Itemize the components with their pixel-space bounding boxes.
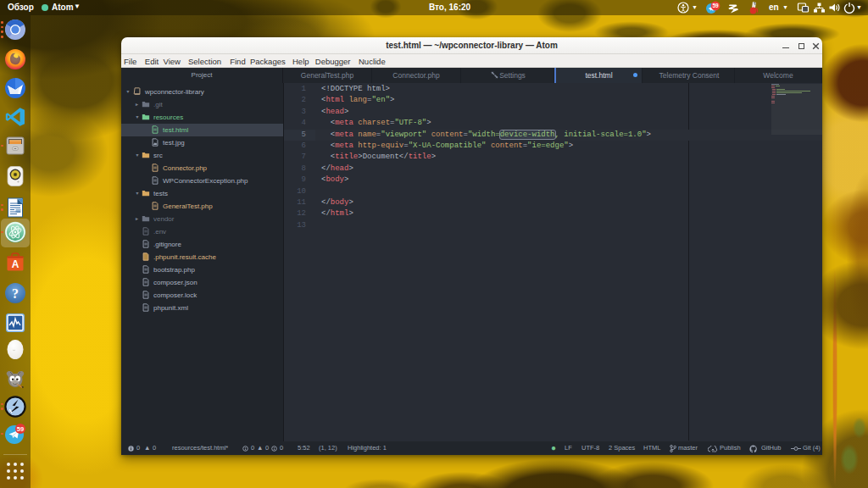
svg-text:?: ? [12,286,19,301]
svg-text:59: 59 [712,3,719,8]
svg-text:59: 59 [17,425,24,433]
svg-text:A: A [12,258,19,270]
